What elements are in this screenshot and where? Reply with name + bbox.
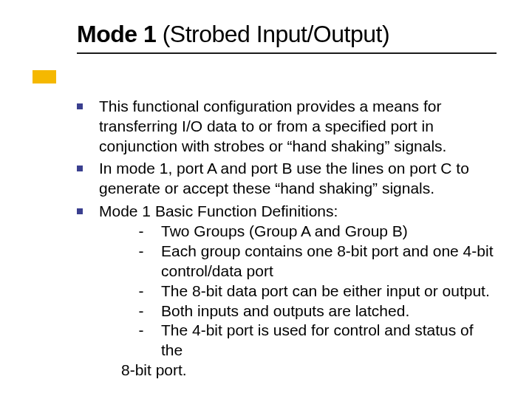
bullet-heading-text: Mode 1 Basic Function Definitions:	[99, 202, 338, 219]
sub-bullet-text: Two Groups (Group A and Group B)	[161, 222, 497, 242]
sub-bullet-list: - Two Groups (Group A and Group B) - Eac…	[121, 222, 497, 361]
sub-bullet-item: - The 8-bit data port can be either inpu…	[121, 282, 497, 301]
square-bullet-icon	[77, 103, 83, 109]
sub-bullet-text: Both inputs and outputs are latched.	[161, 301, 497, 321]
square-bullet-icon	[77, 166, 83, 171]
sub-bullet-text: The 4-bit port is used for control and s…	[161, 321, 497, 361]
title-bold: Mode 1	[77, 21, 156, 47]
slide-body: This functional configuration provides a…	[77, 97, 497, 381]
dash-icon: -	[121, 222, 161, 242]
slide-title: Mode 1 (Strobed Input/Output)	[77, 21, 497, 48]
dash-icon: -	[121, 242, 161, 262]
square-bullet-icon	[77, 208, 83, 214]
bullet-item: In mode 1, port A and port B use the lin…	[77, 159, 497, 199]
sub-bullet-tail: 8-bit port.	[121, 361, 497, 381]
sub-bullet-item: - Each group contains one 8-bit port and…	[121, 242, 497, 282]
slide: Mode 1 (Strobed Input/Output) This funct…	[0, 0, 532, 399]
accent-rectangle-icon	[33, 70, 56, 83]
dash-icon: -	[121, 321, 161, 341]
title-underline	[77, 52, 497, 54]
bullet-text: In mode 1, port A and port B use the lin…	[99, 159, 497, 199]
bullet-text: This functional configuration provides a…	[99, 97, 497, 157]
sub-bullet-item: - The 4-bit port is used for control and…	[121, 321, 497, 361]
sub-bullet-text: The 8-bit data port can be either input …	[161, 282, 497, 301]
title-plain: (Strobed Input/Output)	[156, 21, 389, 47]
bullet-heading: Mode 1 Basic Function Definitions: - Two…	[99, 202, 497, 381]
sub-bullet-item: - Both inputs and outputs are latched.	[121, 301, 497, 321]
bullet-item: This functional configuration provides a…	[77, 97, 497, 157]
bullet-item: Mode 1 Basic Function Definitions: - Two…	[77, 202, 497, 381]
dash-icon: -	[121, 282, 161, 301]
sub-bullet-text: Each group contains one 8-bit port and o…	[161, 242, 497, 282]
sub-bullet-item: - Two Groups (Group A and Group B)	[121, 222, 497, 242]
dash-icon: -	[121, 301, 161, 321]
